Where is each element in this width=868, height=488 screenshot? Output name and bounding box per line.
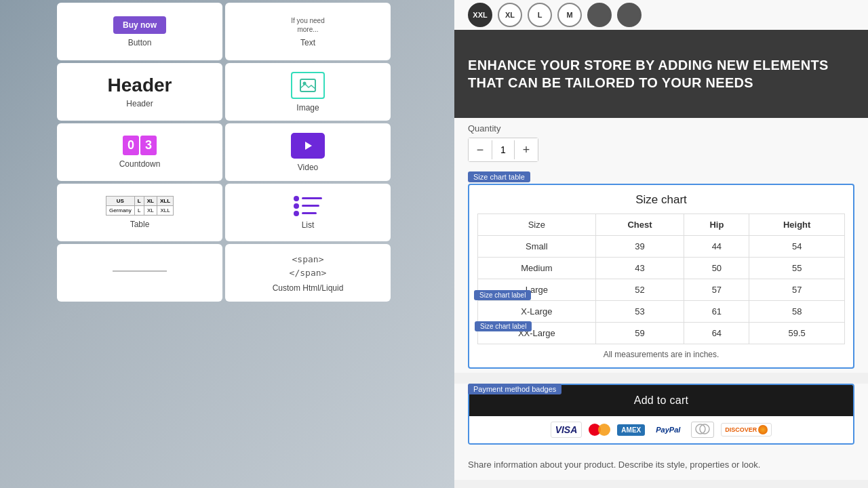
image-preview-container (291, 72, 325, 99)
widget-countdown[interactable]: 0 3 Countdown (57, 123, 222, 181)
size-chart-label-badge: Size chart label (475, 321, 532, 331)
description-section: Share information about your product. De… (454, 450, 868, 480)
size-chart-badge: Size chart table (468, 171, 530, 182)
size-btn-s[interactable] (587, 3, 612, 27)
size-chart-table: Size Chest Hip Height Small 39 44 54 (477, 214, 845, 344)
text-preview-content: If you need more... (281, 16, 335, 34)
paypal-icon: PayPal (652, 424, 684, 436)
table-preview-widget: USLXLXLL GermanyLXLXLL (106, 196, 174, 216)
widget-video-label: Video (298, 163, 318, 172)
right-panel: XXL XL L M ENHANCE YOUR STORE BY ADDING … (454, 0, 868, 488)
widget-countdown-label: Countdown (119, 159, 161, 169)
cell-xlarge-height: 58 (749, 301, 845, 323)
countdown-preview-container: 0 3 (123, 136, 157, 155)
image-icon (291, 72, 325, 99)
header-preview-container: Header (108, 76, 172, 95)
size-btn-m[interactable]: M (557, 3, 582, 27)
quantity-label: Quantity (468, 123, 854, 134)
mastercard-icon (589, 423, 610, 436)
list-dot-3 (294, 211, 299, 216)
visa-icon: VISA (551, 422, 583, 438)
table-row: Small 39 44 54 (478, 236, 845, 258)
quantity-plus-button[interactable]: + (515, 138, 538, 161)
cell-xxlarge-height: 59.5 (749, 323, 845, 344)
cell-xlarge-hip: 61 (684, 301, 749, 323)
table-row: Large 52 57 57 (478, 279, 845, 301)
add-to-cart-section: Payment method badges Add to cart VISA A… (454, 384, 868, 450)
mastercard-right (598, 424, 610, 436)
table-preview-container: USLXLXLL GermanyLXLXLL (106, 196, 174, 216)
list-dot-2 (294, 203, 299, 209)
widget-image-label: Image (296, 103, 319, 113)
list-line-2 (294, 203, 322, 209)
size-btn-l[interactable]: L (528, 3, 552, 27)
widget-button[interactable]: Buy now Button (57, 3, 222, 60)
cell-medium-hip: 50 (684, 258, 749, 279)
size-chart-section: Size chart table Size chart Size Chest H… (454, 167, 868, 373)
size-chart-container: Size chart Size Chest Hip Height Small (468, 184, 854, 369)
size-btn-xs[interactable] (617, 3, 642, 27)
cell-medium: Medium (478, 258, 596, 279)
payment-icons-row: VISA AMEX PayPal DISCOVER (469, 416, 853, 443)
cell-xxlarge-hip: 64 (684, 323, 749, 344)
widget-list-label: List (302, 220, 315, 230)
widget-video[interactable]: Video (225, 123, 391, 181)
left-panel: Buy now Button If you need more... Text … (0, 0, 454, 488)
list-lines (294, 196, 322, 216)
size-btn-xxl[interactable]: XXL (468, 3, 492, 27)
list-bar-1 (302, 197, 322, 199)
table-row: Medium 43 50 55 (478, 258, 845, 279)
cell-large-height: 57 (749, 279, 845, 301)
countdown-digit-0: 0 (123, 136, 139, 155)
divider-line (113, 270, 167, 272)
description-text: Share information about your product. De… (468, 458, 854, 472)
size-chart-wrapper: Size Chest Hip Height Small 39 44 54 (477, 214, 845, 344)
widget-image[interactable]: Image (225, 63, 391, 121)
size-chart-note: All measurements are in inches. (477, 350, 845, 359)
video-preview-container (291, 133, 325, 159)
widget-text-label: Text (300, 38, 315, 47)
cell-medium-chest: 43 (595, 258, 684, 279)
svg-marker-2 (305, 142, 312, 150)
cell-medium-height: 55 (749, 258, 845, 279)
size-chart-title: Size chart (477, 193, 845, 207)
col-height: Height (749, 214, 845, 236)
diners-icon (691, 422, 714, 438)
widget-divider[interactable] (57, 244, 222, 302)
svg-rect-0 (300, 79, 315, 92)
quantity-minus-button[interactable]: − (469, 138, 492, 161)
text-preview-container: If you need more... (281, 16, 335, 34)
widget-custom-html[interactable]: <span></span> Custom Html/Liquid (225, 244, 391, 302)
list-line-1 (294, 196, 322, 201)
widget-table-label: Table (130, 220, 150, 229)
header-preview-text: Header (108, 76, 172, 95)
cell-small-chest: 39 (595, 236, 684, 258)
cell-xlarge-chest: 53 (595, 301, 684, 323)
cell-large-chest: 52 (595, 279, 684, 301)
countdown-digits: 0 3 (123, 136, 157, 155)
divider-preview-container (113, 270, 167, 272)
quantity-control: − 1 + (468, 138, 538, 162)
amex-icon: AMEX (617, 424, 645, 436)
widget-grid: Buy now Button If you need more... Text … (54, 0, 393, 304)
col-size: Size (478, 214, 596, 236)
cell-large-hip: 57 (684, 279, 749, 301)
promo-text: ENHANCE YOUR STORE BY ADDING NEW ELEMENT… (468, 56, 854, 92)
widget-button-label: Button (128, 38, 152, 47)
table-row: X-Large 53 61 58 (478, 301, 845, 323)
list-line-3 (294, 211, 322, 216)
widget-table[interactable]: USLXLXLL GermanyLXLXLL Table (57, 184, 222, 241)
quantity-value: 1 (492, 140, 515, 159)
buy-now-preview: Buy now (113, 16, 166, 34)
table-row: Size chart label XX-Large 59 64 59.5 (478, 323, 845, 344)
widget-header-label: Header (126, 99, 153, 108)
widget-header[interactable]: Header Header (57, 63, 222, 121)
quantity-section: Quantity − 1 + (454, 118, 868, 167)
widget-list[interactable]: List (225, 184, 391, 241)
cell-small-hip: 44 (684, 236, 749, 258)
size-btn-xl[interactable]: XL (498, 3, 522, 27)
cell-xxlarge-chest: 59 (595, 323, 684, 344)
widget-text[interactable]: If you need more... Text (225, 3, 391, 60)
top-size-row: XXL XL L M (454, 0, 868, 30)
size-chart-label-badge-overlay: Size chart label (474, 290, 531, 300)
